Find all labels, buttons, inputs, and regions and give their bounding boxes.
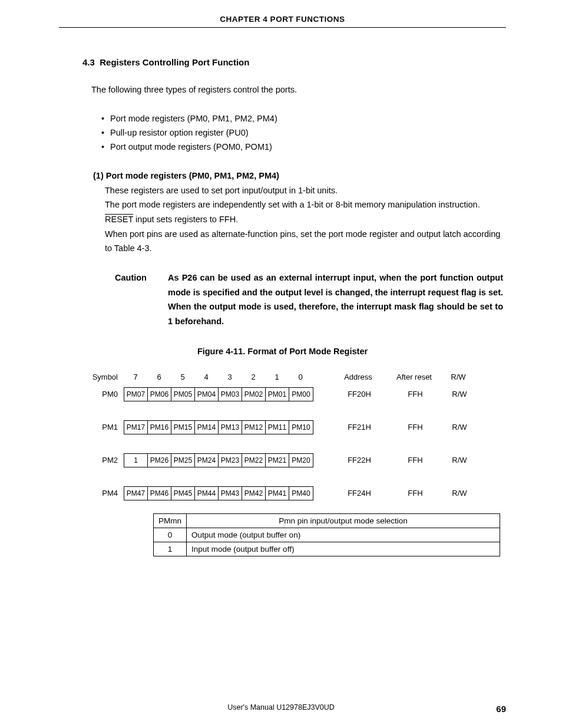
body-line: These registers are used to set port inp… bbox=[105, 183, 506, 198]
bit-cell: PM06 bbox=[148, 388, 171, 401]
bit-cell: PM13 bbox=[219, 421, 242, 434]
register-address: FF20H bbox=[330, 390, 389, 398]
bit-cells: PM17PM16PM15PM14PM13PM12PM11PM10 bbox=[124, 420, 313, 434]
col-rw: R/W bbox=[441, 373, 476, 381]
col-symbol: Symbol bbox=[88, 373, 124, 381]
register-row: PM1PM17PM16PM15PM14PM13PM12PM11PM10FF21H… bbox=[88, 420, 506, 434]
bit-cell: PM07 bbox=[124, 388, 148, 401]
bit-cell: PM41 bbox=[266, 487, 289, 500]
register-address: FF24H bbox=[330, 489, 389, 498]
bit-cells: PM07PM06PM05PM04PM03PM02PM01PM00 bbox=[124, 387, 313, 401]
bit-header-row: Symbol 7 6 5 4 3 2 1 0 Address After res… bbox=[88, 371, 506, 384]
register-symbol: PM2 bbox=[88, 456, 124, 465]
bit-cell: PM05 bbox=[171, 388, 195, 401]
figure-wrap: Symbol 7 6 5 4 3 2 1 0 Address After res… bbox=[88, 371, 506, 556]
bit-cell: PM42 bbox=[242, 487, 266, 500]
register-rw: R/W bbox=[442, 456, 477, 465]
bit-cell: PM26 bbox=[148, 454, 171, 467]
register-address: FF21H bbox=[330, 423, 389, 431]
bit-cell: PM25 bbox=[171, 454, 195, 467]
selection-table: PMmn Pmn pin input/output mode selection… bbox=[153, 513, 500, 556]
bullet-list: Port mode registers (PM0, PM1, PM2, PM4)… bbox=[101, 112, 506, 154]
bit-cell: PM45 bbox=[171, 487, 195, 500]
register-reset: FFH bbox=[389, 390, 442, 398]
sel-desc: Output mode (output buffer on) bbox=[187, 528, 500, 542]
reset-overline: RESET bbox=[105, 215, 133, 224]
register-reset: FFH bbox=[389, 423, 442, 431]
sel-key-header: PMmn bbox=[154, 513, 187, 528]
bullet-item: Pull-up resistor option register (PU0) bbox=[101, 126, 506, 140]
bit-cell: PM17 bbox=[124, 421, 148, 434]
bit-cell: PM00 bbox=[289, 388, 313, 401]
section-number: 4.3 bbox=[82, 57, 95, 67]
register-symbol: PM1 bbox=[88, 423, 124, 431]
section-title: Registers Controlling Port Function bbox=[100, 57, 249, 67]
bit-num: 7 bbox=[124, 371, 147, 384]
caution-text: As P26 can be used as an external interr… bbox=[168, 271, 503, 329]
chapter-header: CHAPTER 4 PORT FUNCTIONS bbox=[59, 15, 506, 28]
register-row: PM4PM47PM46PM45PM44PM43PM42PM41PM40FF24H… bbox=[88, 486, 506, 500]
bit-num: 5 bbox=[171, 371, 194, 384]
bit-num: 4 bbox=[194, 371, 218, 384]
body-line: When port pins are used as alternate-fun… bbox=[105, 227, 506, 256]
bit-cell: PM22 bbox=[242, 454, 266, 467]
bit-num: 3 bbox=[218, 371, 242, 384]
bit-cell: PM12 bbox=[242, 421, 266, 434]
bit-cell: PM02 bbox=[242, 388, 266, 401]
bit-cell: PM44 bbox=[195, 487, 219, 500]
bit-cell: PM04 bbox=[195, 388, 219, 401]
register-rw: R/W bbox=[442, 390, 477, 398]
bit-cell: PM20 bbox=[289, 454, 313, 467]
bit-cell: PM03 bbox=[219, 388, 242, 401]
register-address: FF22H bbox=[330, 456, 389, 465]
footer-manual: User's Manual U12978EJ3V0UD bbox=[0, 703, 562, 711]
register-symbol: PM0 bbox=[88, 390, 124, 398]
col-address: Address bbox=[329, 373, 388, 381]
bit-cell: PM24 bbox=[195, 454, 219, 467]
bit-cell: PM16 bbox=[148, 421, 171, 434]
bit-cell: PM46 bbox=[148, 487, 171, 500]
page-number: 69 bbox=[496, 704, 506, 714]
bit-cell: PM21 bbox=[266, 454, 289, 467]
section-intro: The following three types of registers c… bbox=[91, 85, 506, 94]
register-row: PM0PM07PM06PM05PM04PM03PM02PM01PM00FF20H… bbox=[88, 387, 506, 401]
register-rw: R/W bbox=[442, 489, 477, 498]
register-symbol: PM4 bbox=[88, 489, 124, 498]
register-row: PM21PM26PM25PM24PM23PM22PM21PM20FF22HFFH… bbox=[88, 453, 506, 467]
bit-cells: PM47PM46PM45PM44PM43PM42PM41PM40 bbox=[124, 486, 313, 500]
bit-num: 0 bbox=[289, 371, 312, 384]
bit-cells: 1PM26PM25PM24PM23PM22PM21PM20 bbox=[124, 453, 313, 467]
sel-key: 0 bbox=[154, 528, 187, 542]
bit-num: 1 bbox=[265, 371, 289, 384]
bit-cell: PM23 bbox=[219, 454, 242, 467]
bit-cell: PM11 bbox=[266, 421, 289, 434]
bit-cell: PM14 bbox=[195, 421, 219, 434]
section-heading: 4.3 Registers Controlling Port Function bbox=[82, 57, 506, 67]
bit-cell: 1 bbox=[124, 454, 148, 467]
col-reset: After reset bbox=[388, 373, 441, 381]
subsection-body: These registers are used to set port inp… bbox=[105, 183, 506, 256]
caution-label: Caution bbox=[115, 271, 168, 329]
bullet-item: Port output mode registers (POM0, POM1) bbox=[101, 140, 506, 154]
body-line: RESET input sets registers to FFH. bbox=[105, 212, 506, 227]
caution-block: Caution As P26 can be used as an externa… bbox=[115, 271, 503, 329]
bit-cell: PM47 bbox=[124, 487, 148, 500]
bit-num: 2 bbox=[242, 371, 265, 384]
bit-cell: PM43 bbox=[219, 487, 242, 500]
body-text: input sets registers to FFH. bbox=[133, 215, 238, 224]
body-line: The port mode registers are independentl… bbox=[105, 197, 506, 212]
bit-cell: PM15 bbox=[171, 421, 195, 434]
register-reset: FFH bbox=[389, 489, 442, 498]
figure-title: Figure 4-11. Format of Port Mode Registe… bbox=[59, 347, 506, 356]
bullet-item: Port mode registers (PM0, PM1, PM2, PM4) bbox=[101, 112, 506, 126]
bit-cell: PM10 bbox=[289, 421, 313, 434]
sel-desc: Input mode (output buffer off) bbox=[187, 542, 500, 556]
register-reset: FFH bbox=[389, 456, 442, 465]
bit-cell: PM40 bbox=[289, 487, 313, 500]
register-rw: R/W bbox=[442, 423, 477, 431]
subsection-heading: (1) Port mode registers (PM0, PM1, PM2, … bbox=[93, 171, 506, 180]
sel-key: 1 bbox=[154, 542, 187, 556]
sel-desc-header: Pmn pin input/output mode selection bbox=[187, 513, 500, 528]
bit-num: 6 bbox=[147, 371, 171, 384]
bit-cell: PM01 bbox=[266, 388, 289, 401]
